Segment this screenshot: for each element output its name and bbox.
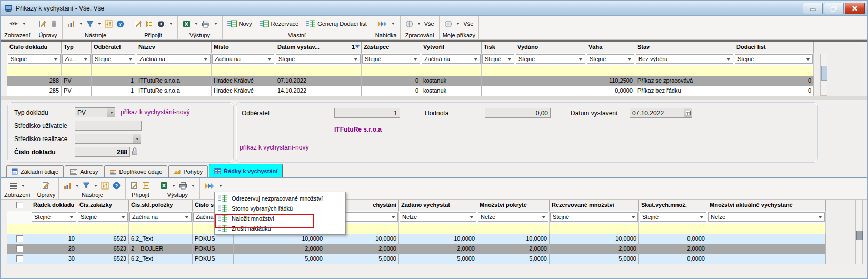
- quick-filter-row[interactable]: [7, 224, 860, 234]
- column-header[interactable]: Typ: [62, 42, 92, 53]
- column-header[interactable]: Množství aktuálně vychystané: [707, 200, 826, 211]
- dropdown-arrow-icon[interactable]: [169, 23, 173, 25]
- scrollbar-thumb[interactable]: [856, 231, 863, 240]
- view-eye-icon[interactable]: [9, 20, 18, 27]
- media-disc-icon[interactable]: [157, 20, 165, 28]
- filter-funnel-icon[interactable]: [83, 182, 90, 189]
- column-header[interactable]: Místo: [212, 42, 275, 53]
- row-checkbox[interactable]: [16, 235, 23, 242]
- filter-dropdown[interactable]: Nelze: [477, 211, 550, 224]
- dropdown-arrow-icon[interactable]: [219, 185, 222, 187]
- filter-dropdown[interactable]: Stejné: [515, 53, 586, 66]
- table-row[interactable]: 2065232 BOJLERPOKUS2,00002,00002,00002,0…: [7, 244, 860, 254]
- excel-export-icon[interactable]: [183, 20, 191, 28]
- dropdown-arrow-icon[interactable]: [22, 185, 25, 187]
- generuj-dodaci-list-button[interactable]: Generuj Dodací list: [306, 20, 367, 27]
- note-icon[interactable]: [131, 182, 138, 190]
- datum-vystaveni-calendar-button[interactable]: [684, 108, 692, 118]
- hodnota-field[interactable]: 0,00: [485, 108, 551, 118]
- column-header[interactable]: Stav: [635, 42, 734, 53]
- stredisko-realizace-dropdown-button[interactable]: [133, 134, 141, 144]
- dropdown-arrow-icon[interactable]: [79, 23, 83, 25]
- help-icon[interactable]: ?: [113, 182, 121, 190]
- filter-dropdown[interactable]: Stejné: [586, 53, 635, 66]
- filter-funnel-icon[interactable]: [86, 21, 94, 27]
- quick-filter-row[interactable]: [7, 66, 860, 76]
- note-icon[interactable]: [134, 20, 142, 28]
- menu-item-odrezervuj[interactable]: Odrezervuj nezpracované množství: [215, 193, 345, 203]
- zpracovani-filter-value[interactable]: Vše: [424, 21, 434, 27]
- select-all-checkbox[interactable]: [16, 202, 23, 208]
- edit-icon[interactable]: [42, 182, 50, 190]
- column-header[interactable]: Zástupce: [362, 42, 421, 53]
- select-all-header-cell[interactable]: [7, 200, 31, 211]
- column-header[interactable]: Vytvořil: [421, 42, 482, 53]
- row-checkbox[interactable]: [16, 245, 23, 252]
- datum-vystaveni-field[interactable]: 07.10.2022: [630, 108, 684, 118]
- filter-dropdown[interactable]: Stejné: [362, 53, 421, 66]
- dropdown-arrow-icon[interactable]: [23, 23, 26, 25]
- tab-pohyby[interactable]: Pohyby: [168, 165, 208, 177]
- chevrons-menu-icon[interactable]: [205, 183, 215, 190]
- tab-zakladni-udaje[interactable]: Základní údaje: [6, 165, 64, 177]
- filter-dropdown[interactable]: Bez výběru: [635, 53, 734, 66]
- print-icon[interactable]: [179, 182, 187, 190]
- circle-plus-icon[interactable]: [405, 20, 413, 28]
- filter-dropdown[interactable]: Stejné: [275, 53, 362, 66]
- orders-grid-vertical-scrollbar[interactable]: [820, 54, 827, 96]
- dropdown-arrow-icon[interactable]: [195, 23, 198, 25]
- cislo-dokladu-field[interactable]: 288: [75, 147, 130, 157]
- filter-dropdown[interactable]: Stejné: [482, 53, 515, 66]
- checklist-icon[interactable]: [142, 182, 150, 190]
- filter-dropdown[interactable]: Stejné: [7, 53, 62, 66]
- filter-dropdown[interactable]: Začíná na: [421, 53, 482, 66]
- menu-item-nalozit-mnozstvi[interactable]: Naložit množství: [215, 213, 345, 223]
- restore-button[interactable]: [824, 3, 844, 14]
- rezervace-button[interactable]: Rezervace: [260, 20, 299, 27]
- dropdown-arrow-icon[interactable]: [172, 185, 175, 187]
- column-header[interactable]: Množství pokryté: [477, 200, 550, 211]
- novy-button[interactable]: Novy: [227, 20, 252, 27]
- scrollbar-thumb[interactable]: [821, 66, 827, 81]
- column-header[interactable]: Vydáno: [515, 42, 586, 53]
- sort-columns-icon[interactable]: [67, 20, 75, 27]
- print-icon[interactable]: [202, 20, 210, 28]
- column-header[interactable]: Tisk: [482, 42, 515, 53]
- delete-trash-icon[interactable]: [51, 20, 57, 27]
- stredisko-uzivatele-field[interactable]: [75, 121, 142, 131]
- column-header[interactable]: Skut.vych.množ.: [639, 200, 707, 211]
- moje-prikazy-filter-value[interactable]: Vše: [463, 21, 473, 27]
- settings-sliders-icon[interactable]: [105, 20, 113, 28]
- circle-plus-icon[interactable]: [444, 20, 452, 28]
- sort-columns-icon[interactable]: [64, 182, 72, 190]
- dropdown-arrow-icon[interactable]: [192, 185, 195, 187]
- tab-adresy[interactable]: Adresy: [65, 165, 103, 177]
- column-header[interactable]: Datum vystav...1: [275, 42, 362, 53]
- filter-dropdown[interactable]: Stejné: [92, 53, 136, 66]
- chevrons-menu-icon[interactable]: [377, 21, 387, 27]
- close-button[interactable]: [845, 3, 865, 14]
- checklist-icon[interactable]: [146, 20, 154, 28]
- odberatel-field[interactable]: 1: [334, 108, 400, 118]
- filter-dropdown[interactable]: Začíná na: [136, 53, 212, 66]
- dropdown-arrow-icon[interactable]: [456, 23, 460, 25]
- dropdown-arrow-icon[interactable]: [392, 23, 395, 25]
- filter-dropdown[interactable]: Začíná na: [212, 53, 275, 66]
- typ-dokladu-dropdown-button[interactable]: [107, 107, 115, 117]
- dropdown-arrow-icon[interactable]: [417, 23, 421, 25]
- settings-sliders-icon[interactable]: [101, 182, 109, 190]
- dropdown-arrow-icon[interactable]: [94, 185, 97, 187]
- help-icon[interactable]: ?: [116, 20, 124, 28]
- column-header[interactable]: Číslo dokladu: [7, 42, 62, 53]
- filter-dropdown[interactable]: Začíná na: [129, 211, 193, 224]
- typ-dokladu-field[interactable]: PV: [75, 107, 107, 117]
- column-header[interactable]: Čís.skl.položky: [129, 200, 193, 211]
- stredisko-realizace-field[interactable]: [75, 134, 133, 144]
- table-row[interactable]: 288PV1ITFutuRe s.r.o.aHradec Králové07.1…: [7, 76, 860, 86]
- table-row[interactable]: 1065236.2_TextPOKUS10,000010,000010,0000…: [7, 234, 860, 244]
- filter-dropdown[interactable]: Stejné: [734, 53, 814, 66]
- title-bar[interactable]: Příkazy k vychystání - Vše, Vše: [1, 1, 867, 16]
- tab-doplnkove-udaje[interactable]: Doplňkové údaje: [104, 165, 167, 177]
- filter-dropdown[interactable]: Za...: [62, 53, 92, 66]
- edit-icon[interactable]: [39, 20, 47, 28]
